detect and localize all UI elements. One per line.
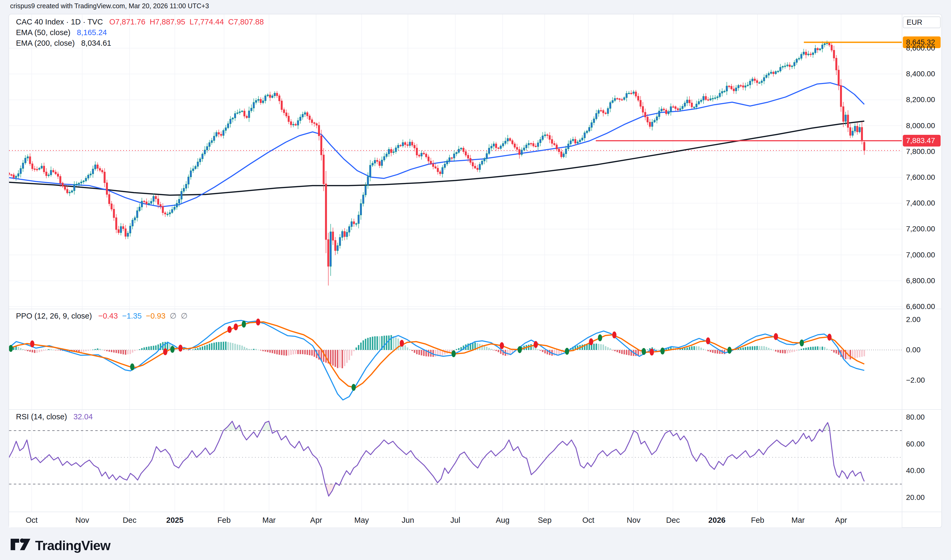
rsi-axis-label: 60.00 xyxy=(906,440,925,448)
price-axis-label: 6,800.00 xyxy=(906,277,935,285)
symbol-title: CAC 40 Index · 1D · TVC xyxy=(16,18,103,26)
price-axis-label: 7,800.00 xyxy=(906,147,935,156)
attribution-text: crispus9 created with TradingView.com, M… xyxy=(10,2,209,10)
time-axis-label-may: May xyxy=(354,516,369,525)
time-axis-label-sep: Sep xyxy=(538,516,552,525)
ppo-hist-value: −0.43 xyxy=(98,312,118,320)
ppo-label: PPO (12, 26, 9, close) xyxy=(16,312,92,320)
ohlc-open: O7,871.76 xyxy=(109,18,145,26)
ppo-signal-value: −0.93 xyxy=(146,312,165,320)
ppo-axis-label: 0.00 xyxy=(906,346,921,354)
time-axis-label-aug: Aug xyxy=(496,516,510,525)
time-axis-label-feb: Feb xyxy=(751,516,764,525)
ppo-empty-circle-1: ∅ xyxy=(170,312,176,320)
rsi-value: 32.04 xyxy=(74,412,93,421)
price-axis-label: 8,400.00 xyxy=(906,70,935,78)
rsi-label: RSI (14, close) xyxy=(16,412,67,421)
time-axis-label-oct: Oct xyxy=(26,516,37,525)
time-axis-label-dec: Dec xyxy=(123,516,137,525)
ppo-pane-canvas[interactable] xyxy=(9,309,902,409)
tradingview-logo-text: TradingView xyxy=(35,538,110,553)
time-axis-label-oct: Oct xyxy=(582,516,594,525)
ema50-label: EMA (50, close) xyxy=(16,28,71,37)
price-axis-label: 7,400.00 xyxy=(906,199,935,208)
time-axis-label-apr: Apr xyxy=(835,516,847,525)
price-axis-label: 8,200.00 xyxy=(906,95,935,104)
time-axis-label-2026: 2026 xyxy=(708,516,726,525)
tradingview-logo[interactable]: TradingView xyxy=(10,538,110,554)
currency-badge[interactable]: EUR xyxy=(903,17,941,28)
ohlc-low: L7,774.44 xyxy=(190,18,224,26)
ppo-legend[interactable]: PPO (12, 26, 9, close) −0.43 −1.35 −0.93… xyxy=(16,311,188,320)
ppo-axis-label: 2.00 xyxy=(906,315,921,324)
ohlc-close: C7,807.88 xyxy=(228,18,264,26)
price-axis-label: 8,000.00 xyxy=(906,122,935,130)
time-axis-label-apr: Apr xyxy=(310,516,322,525)
price-pane-canvas[interactable] xyxy=(9,14,902,309)
rsi-axis-label: 20.00 xyxy=(906,493,925,502)
ppo-line-value: −1.35 xyxy=(122,312,142,320)
currency-label: EUR xyxy=(906,18,922,26)
time-axis-label-2025: 2025 xyxy=(166,516,183,525)
time-axis-label-jul: Jul xyxy=(450,516,460,525)
ppo-axis-label: −2.00 xyxy=(906,376,925,385)
time-axis-label-mar: Mar xyxy=(262,516,276,525)
time-axis-label-mar: Mar xyxy=(791,516,805,525)
symbol-legend[interactable]: CAC 40 Index · 1D · TVC O7,871.76 H7,887… xyxy=(16,18,264,26)
rsi-axis-label: 40.00 xyxy=(906,466,925,475)
time-axis[interactable]: OctNovDec2025FebMarAprMayJunJulAugSepOct… xyxy=(9,512,902,528)
ema50-value: 8,165.24 xyxy=(77,28,107,37)
ohlc-high: H7,887.95 xyxy=(150,18,185,26)
time-axis-label-nov: Nov xyxy=(627,516,640,525)
support-price-badge: 7,883.47 xyxy=(903,135,941,146)
time-axis-label-feb: Feb xyxy=(217,516,231,525)
tradingview-logo-icon xyxy=(10,538,31,554)
price-axis-label: 7,000.00 xyxy=(906,251,935,259)
rsi-legend[interactable]: RSI (14, close) 32.04 xyxy=(16,412,93,421)
rsi-axis-label: 80.00 xyxy=(906,413,925,422)
ema200-legend[interactable]: EMA (200, close) 8,034.61 xyxy=(16,39,111,48)
ema50-legend[interactable]: EMA (50, close) 8,165.24 xyxy=(16,28,107,37)
time-axis-label-dec: Dec xyxy=(666,516,680,525)
price-axis-label: 8,600.00 xyxy=(906,44,935,52)
rsi-pane-canvas[interactable] xyxy=(9,410,902,512)
price-axis-column[interactable]: EUR 8,645.32 7,883.47 8,600.008,400.008,… xyxy=(902,14,942,527)
price-axis-label: 6,600.00 xyxy=(906,302,935,311)
ema200-label: EMA (200, close) xyxy=(16,39,75,47)
time-axis-label-nov: Nov xyxy=(75,516,89,525)
ppo-empty-circle-2: ∅ xyxy=(181,312,187,320)
chart-card: CAC 40 Index · 1D · TVC O7,871.76 H7,887… xyxy=(9,14,942,528)
time-axis-label-jun: Jun xyxy=(402,516,414,525)
price-axis-label: 7,200.00 xyxy=(906,225,935,233)
price-axis-label: 7,600.00 xyxy=(906,173,935,182)
ema200-value: 8,034.61 xyxy=(81,39,111,47)
